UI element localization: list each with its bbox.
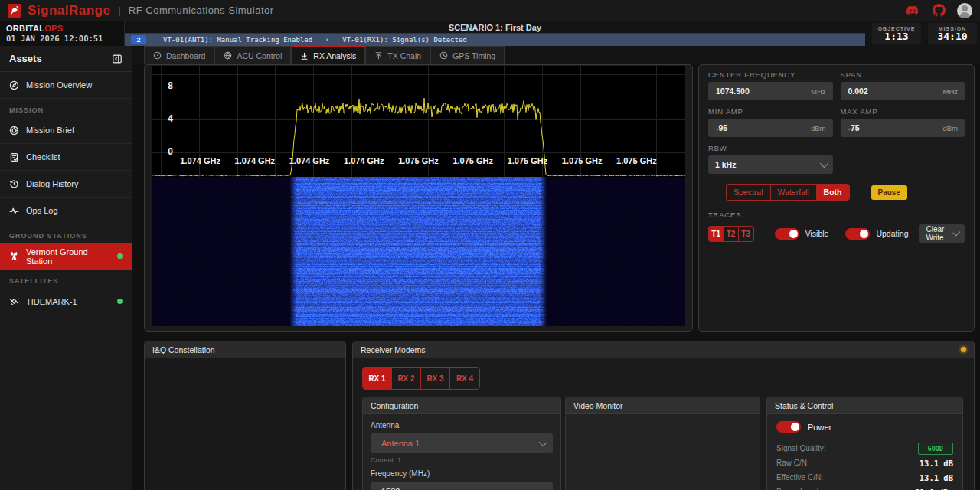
sidebar-item-label: Mission Brief <box>26 126 74 135</box>
top-bar: SignalRange | RF Communications Simulato… <box>0 0 980 21</box>
checklist-icon <box>9 152 19 162</box>
sidebar-item-ops-log[interactable]: Ops Log <box>0 198 132 224</box>
sidebar-header: Assets <box>0 46 132 72</box>
rx2-tab[interactable]: RX 2 <box>392 368 421 389</box>
view-mode-waterfall-button[interactable]: Waterfall <box>771 185 817 200</box>
trace-t1-button[interactable]: T1 <box>709 227 724 241</box>
online-status-dot <box>117 299 122 304</box>
user-avatar[interactable] <box>957 3 972 18</box>
antenna-value: Antenna 1 <box>381 439 420 448</box>
notification-strip[interactable]: 2 VT-01(ANT1): Manual Tracking Enabled •… <box>125 33 865 46</box>
activity-pulse-icon <box>9 206 19 216</box>
history-icon <box>9 179 19 189</box>
compass-icon <box>9 80 19 90</box>
status-row: ORBITALOPS 01 JAN 2026 12:00:51 SCENARIO… <box>0 21 980 46</box>
modems-panel-title: Receiver Modems <box>361 345 426 354</box>
rbw-select[interactable]: 1 kHz <box>708 155 833 174</box>
raw-cn-label: Raw C/N: <box>776 459 809 467</box>
tab-tx-chain[interactable]: TX Chain <box>365 46 430 64</box>
min-amp-field: dBm <box>708 119 833 137</box>
effective-cn-label: Effective C/N: <box>776 473 823 482</box>
objective-timer: OBJECTIVE 1:13 <box>872 23 921 44</box>
pause-button[interactable]: Pause <box>871 185 907 200</box>
github-icon[interactable] <box>931 3 946 18</box>
sidebar-item-mission-brief[interactable]: Mission Brief <box>0 117 132 144</box>
center-frequency-field: MHz <box>708 82 833 100</box>
center-frequency-label: CENTER FREQUENCY <box>708 70 833 79</box>
raw-cn-value: 13.1 dB <box>920 459 953 468</box>
y-axis-tick: 8 <box>156 80 173 91</box>
view-mode-both-button[interactable]: Both <box>817 185 849 200</box>
waterfall-display[interactable] <box>152 177 685 326</box>
tab-label: RX Analysis <box>313 51 356 60</box>
x-axis-label: 1.075 GHz <box>562 156 603 165</box>
alert-status-dot <box>961 347 966 352</box>
view-mode-spectral-button[interactable]: Spectral <box>727 185 771 200</box>
rx1-tab[interactable]: RX 1 <box>363 368 392 389</box>
scenario-title: SCENARIO 1: First Day <box>449 23 541 32</box>
tab-label: GPS Timing <box>452 51 495 60</box>
power-toggle-label: Power <box>808 423 831 432</box>
antenna-icon <box>9 251 19 261</box>
sidebar-item-label: Dialog History <box>26 179 78 188</box>
rx3-tab[interactable]: RX 3 <box>421 368 450 389</box>
sidebar-item-dialog-history[interactable]: Dialog History <box>0 171 132 198</box>
x-axis-label: 1.074 GHz <box>235 156 276 165</box>
max-amp-unit: dBm <box>942 124 958 132</box>
antenna-select[interactable]: Antenna 1 <box>371 433 553 453</box>
tab-rx-analysis[interactable]: RX Analysis <box>291 46 365 64</box>
trace-t3-button[interactable]: T3 <box>739 227 753 241</box>
spectrum-chart[interactable]: 840 1.074 GHz1.074 GHz1.074 GHz1.074 GHz… <box>152 66 685 177</box>
sidebar-item-mission-overview[interactable]: Mission Overview <box>0 72 132 99</box>
main-content: Dashboard ACU Control RX Analysis TX Cha… <box>132 46 980 490</box>
discord-icon[interactable] <box>905 3 920 18</box>
tx-upload-icon <box>374 51 383 60</box>
satellite-icon <box>9 296 19 306</box>
x-axis-label: 1.075 GHz <box>616 156 657 165</box>
sidebar-item-label: Checklist <box>26 152 60 162</box>
tab-gps-timing[interactable]: GPS Timing <box>430 46 505 64</box>
notification-message: VT-01(ANT1): Manual Tracking Enabled <box>163 36 312 44</box>
traces-label: TRACES <box>708 211 965 219</box>
signal-quality-badge: GOOD <box>918 443 953 455</box>
antenna-label: Antenna <box>371 421 553 430</box>
sidebar-section-satellites: SATELLITES <box>0 270 132 288</box>
rx4-tab[interactable]: RX 4 <box>450 368 479 389</box>
tab-label: Dashboard <box>166 51 205 60</box>
notification-message: VT-01(RX1): Signal(s) Detected <box>342 36 467 44</box>
sidebar-item-label: Mission Overview <box>26 80 92 90</box>
brand-separator: | <box>118 5 120 16</box>
mission-timer-value: 34:10 <box>937 31 967 41</box>
frequency-input[interactable] <box>371 487 553 490</box>
x-axis-label: 1.074 GHz <box>180 156 220 165</box>
sidebar-item-tidemark-1[interactable]: TIDEMARK-1 <box>0 288 132 315</box>
tab-label: TX Chain <box>387 51 421 60</box>
min-amp-label: MIN AMP <box>708 107 833 116</box>
spectrum-analyzer-panel: 840 1.074 GHz1.074 GHz1.074 GHz1.074 GHz… <box>144 64 693 332</box>
trace-visible-toggle[interactable] <box>775 228 799 240</box>
min-amp-unit: dBm <box>811 124 826 132</box>
iq-constellation-panel: I&Q Constellation C/N: 13.3 dB LOCKED <box>144 341 346 490</box>
sidebar-item-checklist[interactable]: Checklist <box>0 144 132 171</box>
modem-configuration-panel: Configuration Antenna Antenna 1 Current:… <box>362 397 561 490</box>
trace-mode-value: Clear Write <box>926 225 953 242</box>
tab-dashboard[interactable]: Dashboard <box>144 46 214 64</box>
online-status-dot <box>117 253 122 259</box>
trace-t2-button[interactable]: T2 <box>724 227 738 241</box>
trace-mode-select[interactable]: Clear Write <box>919 224 965 243</box>
tab-acu-control[interactable]: ACU Control <box>214 46 291 64</box>
scenario-bar: SCENARIO 1: First Day <box>125 21 865 33</box>
org-clock-box: ORBITALOPS 01 JAN 2026 12:00:51 <box>0 21 125 46</box>
rbw-label: RBW <box>708 144 833 152</box>
sidebar-collapse-icon[interactable] <box>112 54 122 64</box>
sidebar-item-label: Ops Log <box>26 206 58 215</box>
rx-modem-tabs: RX 1 RX 2 RX 3 RX 4 <box>362 367 480 390</box>
video-monitor-body <box>566 414 760 490</box>
y-axis-tick: 4 <box>156 113 173 124</box>
iq-panel-header: I&Q Constellation <box>145 341 345 358</box>
brand-logo-icon <box>8 4 21 18</box>
sidebar-item-vermont-ground-station[interactable]: Vermont Ground Station <box>0 243 132 270</box>
x-axis-label: 1.074 GHz <box>289 156 330 165</box>
power-toggle[interactable] <box>776 421 801 433</box>
trace-updating-toggle[interactable] <box>845 228 870 240</box>
